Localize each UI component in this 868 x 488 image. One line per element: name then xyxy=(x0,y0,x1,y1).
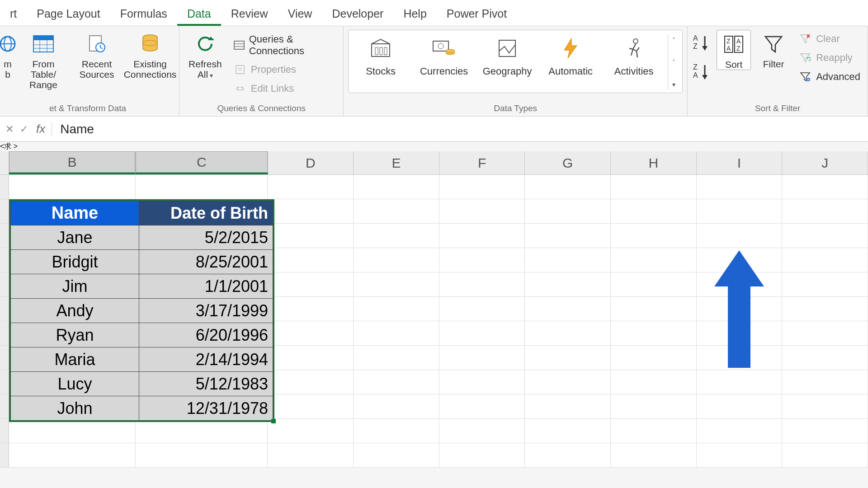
clear-filter-button[interactable]: Clear xyxy=(796,31,863,47)
cell[interactable] xyxy=(354,272,439,297)
cell[interactable] xyxy=(611,272,697,297)
cell[interactable] xyxy=(439,224,525,248)
from-web-button[interactable]: m b xyxy=(1,30,14,80)
cell[interactable] xyxy=(439,346,525,370)
sort-ascending-button[interactable]: AZ xyxy=(692,33,712,53)
cell[interactable] xyxy=(611,175,697,199)
enter-icon[interactable]: ✓ xyxy=(18,123,30,135)
cell[interactable] xyxy=(268,443,354,468)
table-row[interactable]: Jim1/1/2001 xyxy=(11,274,273,299)
cell[interactable] xyxy=(268,224,354,248)
cell[interactable] xyxy=(697,370,783,394)
cell[interactable] xyxy=(9,175,136,199)
tab-view[interactable]: View xyxy=(278,3,322,26)
tab-insert[interactable]: rt xyxy=(0,3,27,26)
data-type-stocks[interactable]: Stocks xyxy=(351,35,410,77)
header-dob[interactable]: Date of Birth xyxy=(139,201,273,225)
cell[interactable] xyxy=(782,370,868,394)
cell[interactable] xyxy=(525,346,611,370)
cell[interactable] xyxy=(439,272,525,297)
from-table-range-button[interactable]: From Table/ Range xyxy=(19,30,68,90)
cell[interactable] xyxy=(268,419,354,443)
cell[interactable] xyxy=(439,370,525,394)
cell[interactable] xyxy=(611,321,697,346)
cell[interactable] xyxy=(611,370,697,394)
cell[interactable] xyxy=(782,443,868,468)
table-row[interactable]: Lucy5/12/1983 xyxy=(11,372,273,396)
cell[interactable] xyxy=(525,175,611,199)
worksheet[interactable]: <求 > B C D E F G H I J // rows generated… xyxy=(0,142,868,468)
cell[interactable] xyxy=(611,419,697,443)
refresh-all-button[interactable]: Refresh All▾ xyxy=(184,30,226,80)
cell[interactable] xyxy=(611,346,697,370)
tab-power-pivot[interactable]: Power Pivot xyxy=(437,3,517,26)
cell[interactable] xyxy=(782,175,868,199)
col-header-B[interactable]: B xyxy=(9,151,136,174)
cell[interactable] xyxy=(782,346,868,370)
queries-connections-button[interactable]: Queries & Connections xyxy=(231,32,339,59)
cell[interactable] xyxy=(439,394,525,419)
cell[interactable] xyxy=(268,370,354,394)
cell[interactable] xyxy=(354,370,439,394)
fx-icon[interactable]: fx xyxy=(33,122,52,136)
cell[interactable] xyxy=(525,297,611,321)
cell[interactable] xyxy=(782,224,868,248)
data-type-activities[interactable]: Activities xyxy=(604,35,663,77)
col-header-E[interactable]: E xyxy=(354,151,439,174)
cell[interactable] xyxy=(525,419,611,443)
edit-links-button[interactable]: Edit Links xyxy=(231,80,339,97)
cell[interactable] xyxy=(525,224,611,248)
col-header-J[interactable]: J xyxy=(782,151,868,174)
sort-button[interactable]: ZAAZ Sort xyxy=(717,30,751,70)
col-header-F[interactable]: F xyxy=(439,151,525,174)
cell[interactable] xyxy=(697,419,783,443)
cell[interactable] xyxy=(268,199,354,224)
cell[interactable] xyxy=(354,175,439,199)
chevron-down-icon[interactable]: ˅ xyxy=(670,59,678,66)
cell[interactable] xyxy=(354,248,439,272)
tab-help[interactable]: Help xyxy=(393,3,436,26)
cell[interactable] xyxy=(611,297,697,321)
cell[interactable] xyxy=(782,419,868,443)
cell[interactable] xyxy=(268,321,354,346)
cell[interactable] xyxy=(525,443,611,468)
cell[interactable] xyxy=(782,394,868,419)
cell[interactable] xyxy=(697,175,783,199)
cell[interactable] xyxy=(439,248,525,272)
data-type-automatic[interactable]: Automatic xyxy=(541,35,600,77)
cell[interactable] xyxy=(354,394,439,419)
cell[interactable] xyxy=(782,297,868,321)
existing-connections-button[interactable]: Existing Connections xyxy=(126,30,175,80)
cell[interactable] xyxy=(611,199,697,224)
cell[interactable] xyxy=(782,321,868,346)
cell[interactable] xyxy=(782,248,868,272)
advanced-filter-button[interactable]: Advanced xyxy=(796,69,863,85)
col-header-D[interactable]: D xyxy=(268,151,354,174)
cell[interactable] xyxy=(268,248,354,272)
cell[interactable] xyxy=(354,297,439,321)
cell[interactable] xyxy=(525,199,611,224)
data-type-geography[interactable]: Geography xyxy=(478,35,537,77)
cell[interactable] xyxy=(354,346,439,370)
cell[interactable] xyxy=(439,443,525,468)
cell[interactable] xyxy=(782,272,868,297)
cell[interactable] xyxy=(611,248,697,272)
cell[interactable] xyxy=(268,394,354,419)
sort-descending-button[interactable]: ZA xyxy=(692,62,712,82)
cell[interactable] xyxy=(525,394,611,419)
cell[interactable] xyxy=(9,419,136,443)
cell[interactable] xyxy=(136,175,268,199)
recent-sources-button[interactable]: Recent Sources xyxy=(72,30,121,80)
table-row[interactable]: Ryan6/20/1996 xyxy=(11,323,273,347)
cell[interactable] xyxy=(611,224,697,248)
formula-input[interactable] xyxy=(52,122,868,136)
table-row[interactable]: Bridgit8/25/2001 xyxy=(11,250,273,274)
cell[interactable] xyxy=(439,175,525,199)
cell[interactable] xyxy=(354,443,439,468)
cell[interactable] xyxy=(611,394,697,419)
data-type-currencies[interactable]: Currencies xyxy=(415,35,473,77)
tab-data[interactable]: Data xyxy=(177,3,221,26)
filter-button[interactable]: Filter xyxy=(755,30,792,69)
cell[interactable] xyxy=(354,419,439,443)
tab-formulas[interactable]: Formulas xyxy=(110,3,177,26)
